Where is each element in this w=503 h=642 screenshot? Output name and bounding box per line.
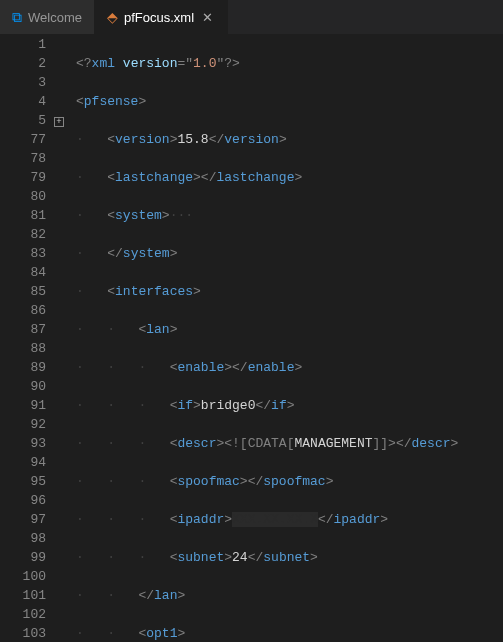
tab-file[interactable]: ⬘ pfFocus.xml ✕ [95, 0, 228, 34]
gutter: 1 2 3 4 5 77 78 79 80 81 82 83 84 85 86 … [0, 35, 66, 642]
line-number: 84 [0, 263, 46, 282]
code-line: · · </lan> [76, 586, 503, 605]
code-line: · <interfaces> [76, 282, 503, 301]
code-line: <pfsense> [76, 92, 503, 111]
line-number: 96 [0, 491, 46, 510]
code-line: · <version>15.8</version> [76, 130, 503, 149]
editor[interactable]: 1 2 3 4 5 77 78 79 80 81 82 83 84 85 86 … [0, 35, 503, 642]
line-number: 90 [0, 377, 46, 396]
line-number: 82 [0, 225, 46, 244]
tab-welcome-label: Welcome [28, 10, 82, 25]
line-number: 100 [0, 567, 46, 586]
line-number: 80 [0, 187, 46, 206]
line-number: 93 [0, 434, 46, 453]
code-line: · · · <if>bridge0</if> [76, 396, 503, 415]
line-number: 92 [0, 415, 46, 434]
line-number: 95 [0, 472, 46, 491]
line-number: 1 [0, 35, 46, 54]
line-number: 83 [0, 244, 46, 263]
tab-welcome[interactable]: ⧉ Welcome [0, 0, 95, 34]
line-number: 79 [0, 168, 46, 187]
line-number: 86 [0, 301, 46, 320]
code-line: · · · <subnet>24</subnet> [76, 548, 503, 567]
line-number: 78 [0, 149, 46, 168]
line-number: 77 [0, 130, 46, 149]
line-number: 5 [0, 111, 46, 130]
line-number: 87 [0, 320, 46, 339]
code-line: · </system> [76, 244, 503, 263]
code-line: · · · <descr><![CDATA[MANAGEMENT]]></des… [76, 434, 503, 453]
line-number: 94 [0, 453, 46, 472]
line-number: 88 [0, 339, 46, 358]
tab-close-icon[interactable]: ✕ [200, 10, 215, 25]
line-number: 99 [0, 548, 46, 567]
code-line: <?xml version="1.0"?> [76, 54, 503, 73]
fold-expand-icon[interactable]: + [52, 111, 66, 130]
code-area[interactable]: <?xml version="1.0"?> <pfsense> · <versi… [66, 35, 503, 642]
line-number: 3 [0, 73, 46, 92]
line-number: 97 [0, 510, 46, 529]
code-line: · · <opt1> [76, 624, 503, 642]
line-number: 91 [0, 396, 46, 415]
code-line: · · · <ipaddr>XXX.XX.XX.X</ipaddr> [76, 510, 503, 529]
xml-file-icon: ⬘ [107, 10, 118, 24]
line-number: 98 [0, 529, 46, 548]
line-number: 102 [0, 605, 46, 624]
code-line: · · · <enable></enable> [76, 358, 503, 377]
line-number: 81 [0, 206, 46, 225]
vscode-icon: ⧉ [12, 10, 22, 24]
fold-column: + [52, 35, 66, 642]
code-line: · · <lan> [76, 320, 503, 339]
line-number: 89 [0, 358, 46, 377]
line-number: 101 [0, 586, 46, 605]
tab-bar: ⧉ Welcome ⬘ pfFocus.xml ✕ [0, 0, 503, 35]
line-number: 103 [0, 624, 46, 642]
code-line: · <system>··· [76, 206, 503, 225]
tab-file-label: pfFocus.xml [124, 10, 194, 25]
line-number: 4 [0, 92, 46, 111]
code-line: · <lastchange></lastchange> [76, 168, 503, 187]
code-line: · · · <spoofmac></spoofmac> [76, 472, 503, 491]
line-number: 85 [0, 282, 46, 301]
line-numbers: 1 2 3 4 5 77 78 79 80 81 82 83 84 85 86 … [0, 35, 52, 642]
line-number: 2 [0, 54, 46, 73]
